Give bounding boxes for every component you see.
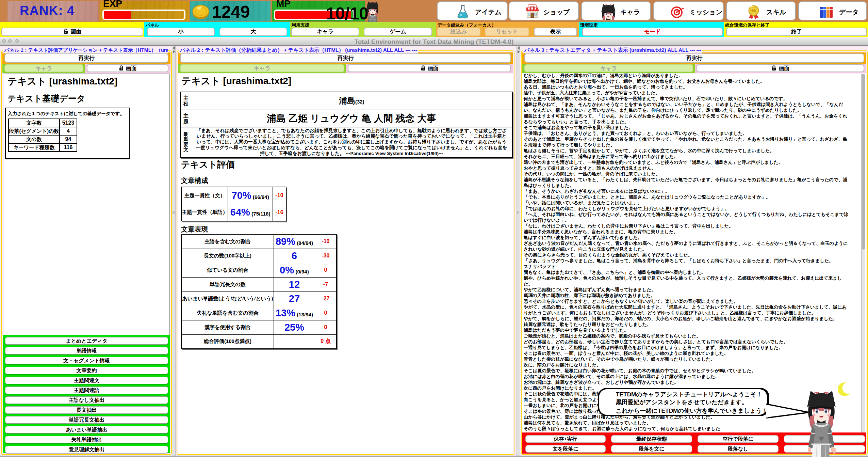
svg-text:shop: shop (529, 5, 535, 8)
